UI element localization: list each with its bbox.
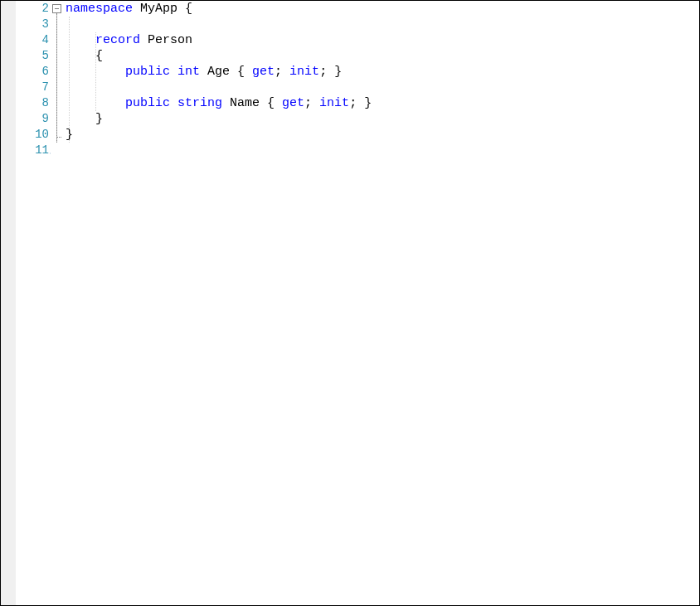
code-line[interactable] — [66, 143, 699, 158]
code-token: int — [177, 65, 200, 79]
code-token: } — [95, 112, 103, 126]
code-line[interactable]: { — [66, 48, 699, 64]
line-number-gutter: 234567891011 — [16, 1, 51, 605]
code-token: public — [125, 65, 170, 79]
line-number: 7 — [16, 80, 51, 95]
line-number: 4 — [16, 32, 51, 48]
code-line[interactable]: public int Age { get; init; } — [66, 64, 699, 80]
line-number: 8 — [16, 95, 51, 111]
code-token: Age { — [200, 65, 252, 79]
code-token: string — [177, 96, 222, 110]
fold-column — [51, 1, 66, 605]
code-token: public — [125, 96, 170, 110]
code-token — [170, 65, 177, 79]
code-text-area[interactable]: namespace MyApp { record Person { public… — [66, 1, 699, 605]
code-token: ; } — [349, 96, 372, 110]
fold-toggle-icon[interactable] — [52, 4, 61, 13]
code-line[interactable]: } — [66, 127, 699, 143]
code-token: init — [289, 65, 319, 79]
code-token: { — [95, 49, 103, 63]
code-token: init — [319, 96, 349, 110]
code-token — [133, 2, 140, 16]
code-line[interactable]: } — [66, 111, 699, 127]
code-token — [170, 96, 177, 110]
line-number: 2 — [16, 1, 51, 17]
code-token: ; } — [319, 65, 342, 79]
code-token: namespace — [66, 2, 133, 16]
code-line[interactable]: public string Name { get; init; } — [66, 95, 699, 111]
code-line[interactable] — [66, 17, 699, 32]
code-token: ; — [275, 65, 289, 79]
fold-end-marker — [56, 137, 61, 138]
code-token: record — [95, 33, 140, 47]
line-number: 5 — [16, 48, 51, 64]
code-token: get — [282, 96, 304, 110]
code-line[interactable]: namespace MyApp { — [66, 1, 699, 17]
code-token: } — [66, 128, 73, 142]
code-token: ; — [304, 96, 319, 110]
line-number: 11 — [16, 143, 51, 158]
code-token — [140, 33, 148, 47]
code-line[interactable]: record Person — [66, 32, 699, 48]
line-number: 6 — [16, 64, 51, 80]
line-number: 10 — [16, 127, 51, 143]
line-number: 3 — [16, 17, 51, 32]
code-editor[interactable]: 234567891011 namespace MyApp { record Pe… — [0, 0, 700, 606]
code-token: MyApp { — [140, 2, 192, 16]
left-margin — [1, 1, 16, 605]
code-token: Person — [148, 33, 192, 47]
code-token: get — [252, 65, 275, 79]
fold-guide-line — [56, 13, 57, 143]
code-line[interactable] — [66, 80, 699, 95]
line-number: 9 — [16, 111, 51, 127]
code-token: Name { — [222, 96, 282, 110]
